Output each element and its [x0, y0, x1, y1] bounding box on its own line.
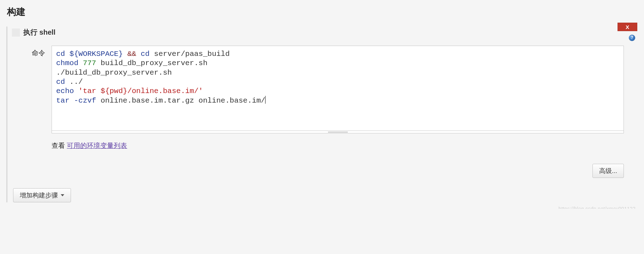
code-token: 777 — [83, 59, 96, 67]
code-token: ./build_db_proxy_server.sh — [56, 69, 172, 77]
add-build-step-button[interactable]: 增加构建步骤 — [13, 188, 71, 202]
code-token: server/paas_build — [154, 50, 229, 58]
shell-step-block: X 执行 shell 命令 cd ${WORKSPACE} && cd serv… — [12, 27, 638, 179]
drag-handle-icon[interactable] — [12, 29, 20, 36]
advanced-button-label: 高级... — [599, 167, 617, 175]
command-label: 命令 — [12, 46, 52, 58]
resize-handle[interactable] — [52, 131, 624, 133]
section-title: 构建 — [7, 6, 638, 18]
code-token: online.base.im.tar.gz — [101, 97, 194, 105]
command-textarea[interactable]: cd ${WORKSPACE} && cd server/paas_build … — [52, 46, 624, 131]
code-token: build_db_proxy_server.sh — [101, 59, 207, 67]
code-token: && — [127, 50, 136, 58]
chevron-down-icon — [61, 194, 64, 196]
hint-prefix: 查看 — [52, 142, 67, 149]
code-token: echo — [56, 87, 74, 95]
code-token: cd — [141, 50, 150, 58]
env-vars-link[interactable]: 可用的环境变量列表 — [67, 142, 127, 149]
code-token: ../ — [70, 78, 83, 86]
watermark-text: https://blog.csdn.net/xmcy001122 — [559, 206, 636, 209]
advanced-button[interactable]: 高级... — [592, 164, 624, 178]
code-token: cd — [56, 50, 65, 58]
add-build-step-label: 增加构建步骤 — [20, 191, 58, 200]
code-token: 'tar ${pwd}/online.base.im/' — [78, 87, 203, 95]
env-vars-hint: 查看 可用的环境变量列表 — [52, 141, 624, 150]
build-section: X 执行 shell 命令 cd ${WORKSPACE} && cd serv… — [6, 27, 638, 202]
code-token: tar — [56, 97, 70, 105]
text-caret — [265, 96, 266, 104]
code-token: cd — [56, 78, 65, 86]
code-token: chmod — [56, 59, 78, 67]
step-title: 执行 shell — [23, 28, 55, 37]
code-token: online.base.im/ — [198, 97, 265, 105]
code-token: ${WORKSPACE} — [70, 50, 123, 58]
code-token: -czvf — [74, 97, 96, 105]
